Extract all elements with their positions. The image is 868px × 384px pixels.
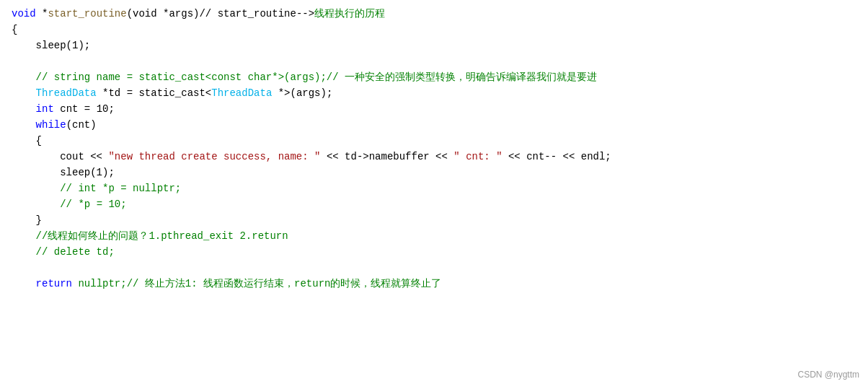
code-line: // int *p = nullptr; bbox=[0, 180, 868, 196]
code-line: cout << "new thread create success, name… bbox=[0, 149, 868, 165]
code-line: // delete td; bbox=[0, 244, 868, 260]
code-line: { bbox=[0, 22, 868, 38]
code-line: //线程如何终止的问题？1.pthread_exit 2.return bbox=[0, 228, 868, 244]
watermark: CSDN @nygttm bbox=[797, 370, 859, 380]
code-line: sleep(1); bbox=[0, 165, 868, 180]
code-content: void *start_routine(void *args)// start_… bbox=[0, 6, 868, 292]
code-line bbox=[0, 260, 868, 276]
code-line bbox=[0, 53, 868, 69]
code-line: return nullptr;// 终止方法1: 线程函数运行结束，return… bbox=[0, 276, 868, 292]
code-line: while(cnt) bbox=[0, 117, 868, 133]
code-line: // string name = static_cast<const char*… bbox=[0, 69, 868, 85]
code-line: // *p = 10; bbox=[0, 196, 868, 212]
code-line: } bbox=[0, 212, 868, 228]
code-editor: void *start_routine(void *args)// start_… bbox=[0, 0, 868, 384]
code-line: sleep(1); bbox=[0, 38, 868, 53]
code-line: ThreadData *td = static_cast<ThreadData … bbox=[0, 85, 868, 101]
code-line: { bbox=[0, 133, 868, 149]
code-line: int cnt = 10; bbox=[0, 101, 868, 117]
code-line: void *start_routine(void *args)// start_… bbox=[0, 6, 868, 22]
